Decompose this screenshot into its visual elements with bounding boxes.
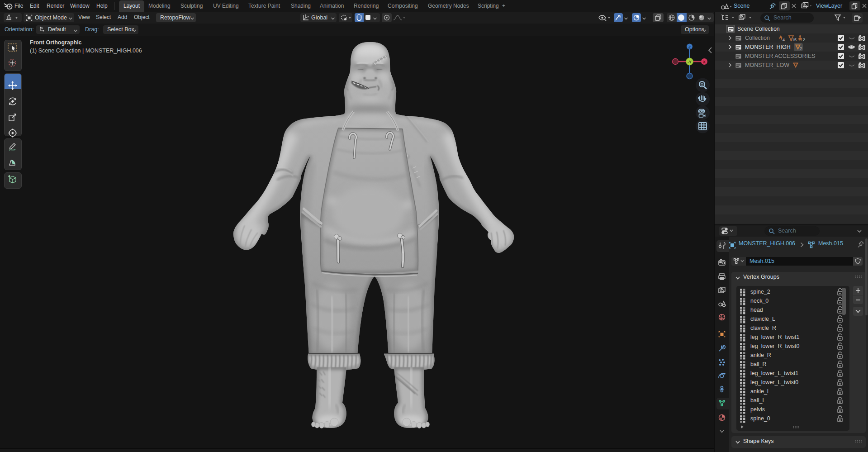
svg-text:2: 2 — [803, 38, 805, 42]
svg-text:7: 7 — [800, 47, 802, 51]
svg-text:X: X — [703, 60, 706, 64]
svg-text:15: 15 — [792, 38, 797, 42]
svg-text:Z: Z — [688, 45, 691, 49]
svg-text:-Y: -Y — [688, 60, 692, 64]
svg-text:4: 4 — [783, 38, 785, 42]
